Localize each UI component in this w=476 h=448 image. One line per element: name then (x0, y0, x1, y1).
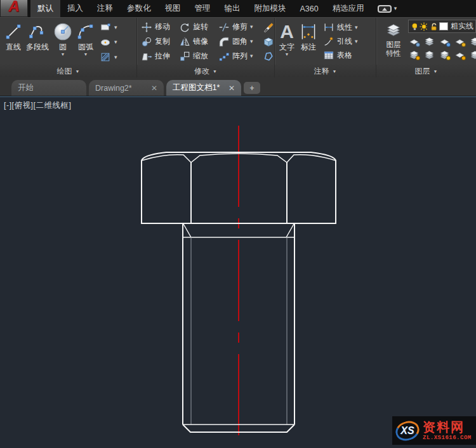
copy-icon (141, 36, 152, 48)
ribbon-tab-output[interactable]: 输出 (218, 0, 248, 17)
layer-properties-button[interactable]: 图层 特性 (379, 20, 408, 65)
dimension-icon (298, 21, 319, 43)
stretch-button[interactable]: 拉伸 (140, 51, 178, 62)
bolt-drawing (0, 97, 476, 448)
scale-button[interactable]: 缩放 (178, 51, 217, 62)
viewport-controls-label[interactable]: [-][俯视][二维线框] (4, 100, 72, 111)
dimension-button[interactable]: 标注 (296, 20, 321, 65)
layer-previous-button[interactable] (469, 49, 476, 61)
ribbon-tab-insert[interactable]: 插入 (60, 0, 90, 17)
mirror-button[interactable]: 镜像 (178, 36, 217, 48)
ribbon-tab-annotate[interactable]: 注释 (90, 0, 120, 17)
rectangle-icon (99, 22, 112, 33)
chevron-down-icon (61, 51, 65, 57)
chevron-down-icon (76, 69, 80, 74)
rotate-button[interactable]: 旋转 (178, 22, 217, 33)
ribbon-tab-manage[interactable]: 管理 (188, 0, 218, 17)
layer-on-button[interactable] (408, 49, 420, 61)
linear-dimension-button[interactable]: 线性 (323, 21, 358, 34)
hatch-icon (99, 51, 112, 63)
panel-annotation: 文字 标注 线性 引线 表格 (275, 18, 376, 77)
close-icon[interactable] (151, 84, 157, 93)
layer-walk-icon (423, 36, 435, 48)
panel-label-modify[interactable]: 修改 (137, 65, 274, 77)
chevron-down-icon (285, 51, 289, 57)
close-icon[interactable] (228, 84, 235, 93)
chevron-down-icon (114, 25, 117, 30)
file-tab-engineering-doc1[interactable]: 工程图文档1* (166, 80, 241, 96)
fillet-icon (218, 36, 230, 48)
table-button[interactable]: 表格 (323, 49, 358, 62)
ellipse-icon (99, 37, 112, 48)
text-button[interactable]: 文字 (277, 20, 296, 65)
leader-icon (323, 36, 334, 47)
chevron-down-icon (355, 25, 358, 30)
ribbon-tab-addins[interactable]: 附加模块 (248, 0, 293, 17)
layer-freeze-button[interactable] (439, 36, 451, 48)
mirror-icon (179, 36, 190, 48)
layer-isolate-button[interactable] (408, 36, 420, 48)
chevron-down-icon (84, 51, 88, 57)
layer-thaw-all-button[interactable] (439, 49, 451, 61)
circle-button[interactable]: 圆 (51, 20, 75, 65)
polyline-button[interactable]: 多段线 (24, 20, 51, 65)
panel-label-annotation[interactable]: 注释 (275, 65, 376, 77)
explode-cube-icon (263, 36, 274, 48)
autocad-app-button[interactable] (0, 0, 28, 17)
panel-label-layers[interactable]: 图层 (376, 65, 476, 77)
ribbon-tab-parametric[interactable]: 参数化 (120, 0, 158, 17)
hatch-button[interactable] (99, 51, 117, 63)
chevron-down-icon (355, 39, 358, 44)
table-icon (323, 49, 334, 61)
layer-match-icon (469, 36, 476, 48)
chevron-down-icon (250, 24, 253, 30)
scale-icon (179, 51, 190, 62)
watermark: XS 资料网 ZL.XS1616.COM (392, 416, 476, 445)
polyline-icon (29, 21, 46, 43)
drawing-canvas[interactable]: [-][俯视][二维线框] XS 资料网 ZL.XS1616.COM (0, 96, 476, 448)
layer-walk-button[interactable] (423, 36, 435, 48)
layer-unlock-icon (430, 22, 437, 31)
trim-button[interactable]: 修剪 (217, 22, 261, 33)
circle-icon (53, 21, 73, 43)
move-button[interactable]: 移动 (140, 22, 178, 33)
linear-dimension-icon (323, 22, 334, 33)
chevron-down-icon (114, 39, 117, 45)
ellipse-button[interactable] (99, 36, 117, 49)
layer-change-button[interactable] (423, 49, 435, 61)
watermark-site-url: ZL.XS1616.COM (423, 435, 472, 441)
ribbon-tab-view[interactable]: 视图 (158, 0, 188, 17)
copy-button[interactable]: 复制 (140, 36, 178, 48)
new-drawing-button[interactable] (244, 82, 260, 94)
panel-label-draw[interactable]: 绘图 (0, 65, 136, 77)
arc-icon (77, 21, 95, 43)
array-button[interactable]: 阵列 (217, 51, 261, 62)
panel-modify: 移动 旋转 修剪 复制 镜像 圆角 拉伸 缩放 阵列 修改 (137, 18, 275, 77)
line-button[interactable]: 直线 (3, 20, 24, 65)
file-tab-drawing2[interactable]: Drawing2* (89, 80, 164, 96)
leader-button[interactable]: 引线 (323, 35, 358, 48)
ribbon-tab-home[interactable]: 默认 (30, 0, 60, 17)
layer-unlock-button[interactable] (454, 49, 466, 61)
file-tab-start[interactable]: 开始 (11, 80, 86, 96)
watermark-logo: XS (394, 420, 421, 442)
ribbon-tab-featured-apps[interactable]: 精选应用 (326, 0, 371, 17)
chevron-down-icon (394, 6, 397, 11)
current-layer-name: 粗实线 (451, 21, 473, 32)
rectangle-button[interactable] (99, 21, 117, 34)
layer-selector-dropdown[interactable]: 粗实线 (408, 20, 476, 33)
layer-lock-button[interactable] (454, 36, 466, 48)
line-icon (4, 21, 22, 43)
arc-button[interactable]: 圆弧 (75, 20, 96, 65)
edit-polyline-icon (263, 51, 274, 62)
ribbon-display-toggle[interactable] (378, 0, 397, 17)
layer-thaw-sun-icon (420, 22, 426, 31)
array-icon (218, 51, 230, 62)
fillet-button[interactable]: 圆角 (217, 36, 261, 48)
watermark-site-name: 资料网 (423, 421, 465, 433)
ribbon-tab-a360[interactable]: A360 (293, 0, 326, 17)
chevron-down-icon (333, 69, 337, 74)
chevron-down-icon (433, 69, 438, 74)
chevron-down-icon (213, 69, 217, 74)
layer-match-button[interactable] (469, 36, 476, 48)
